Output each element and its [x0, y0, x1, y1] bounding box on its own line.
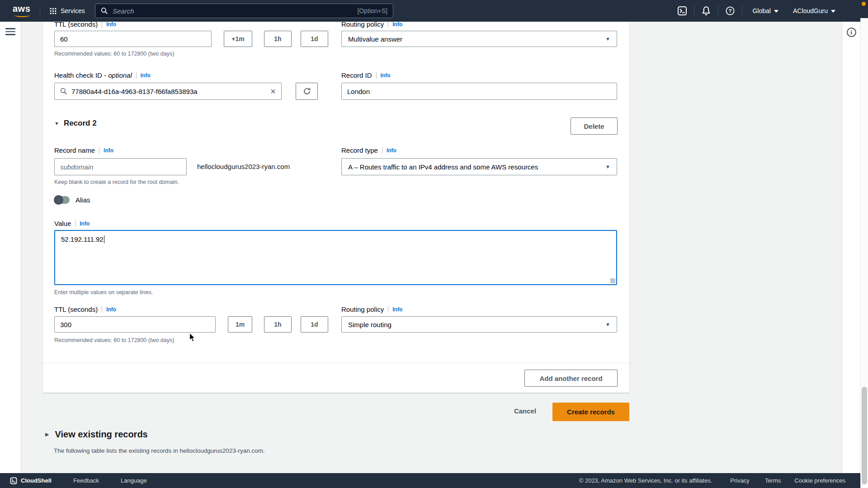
routing-info-link[interactable]: Info	[392, 306, 402, 313]
menu-hamburger-icon[interactable]	[5, 28, 15, 35]
existing-records-title: View existing records	[55, 429, 147, 440]
aws-smile-icon	[14, 13, 30, 17]
health-check-label: Health check ID - optional	[54, 71, 132, 79]
caret-down-icon: ▼	[605, 164, 610, 169]
search-placeholder: Search	[113, 7, 357, 15]
record2-title: Record 2	[64, 119, 97, 128]
cloudshell-terminal-icon	[10, 477, 17, 484]
cancel-button[interactable]: Cancel	[506, 407, 544, 415]
record-name-info-link[interactable]: Info	[104, 147, 113, 154]
console-footer: CloudShell Feedback Language © 2023, Ama…	[0, 473, 868, 488]
footer-terms-link[interactable]: Terms	[765, 477, 781, 484]
footer-language-link[interactable]: Language	[121, 477, 147, 484]
topbar-divider	[718, 5, 718, 16]
record-id-info-link[interactable]: Info	[381, 72, 391, 79]
ttl-info-link[interactable]: Info	[106, 306, 116, 313]
record1-routing-policy-select[interactable]: Multivalue answer ▼	[341, 31, 617, 47]
page-scrollbar[interactable]	[860, 18, 868, 488]
value-info-link[interactable]: Info	[80, 221, 90, 227]
record2-routing-policy-select[interactable]: Simple routing ▼	[341, 316, 617, 333]
topbar-right-controls: ? Global ACloudGuru	[673, 0, 843, 22]
ttl-info-link[interactable]: Info	[106, 21, 116, 28]
create-records-card: TTL (seconds) Info +1m 1h 1d Recommended…	[43, 22, 629, 393]
delete-record-button[interactable]: Delete	[571, 117, 618, 135]
record-type-label: Record type	[341, 146, 378, 154]
record-type-select[interactable]: A – Routes traffic to an IPv4 address an…	[341, 158, 617, 175]
create-records-button[interactable]: Create records	[552, 403, 629, 421]
record-id-input[interactable]	[341, 83, 617, 100]
left-navigation-strip	[0, 22, 21, 473]
top-navigation-bar: aws Services Search [Option+S]	[0, 0, 868, 22]
cloudshell-button[interactable]	[673, 0, 691, 22]
routing-policy-label: Routing policy	[341, 305, 384, 313]
record1-ttl-1d-button[interactable]: 1d	[301, 31, 328, 47]
notifications-button[interactable]	[697, 0, 715, 22]
health-check-info-link[interactable]: Info	[141, 72, 151, 79]
services-grid-icon	[50, 8, 57, 14]
svg-text:?: ?	[729, 8, 732, 14]
topbar-divider	[694, 5, 694, 16]
domain-suffix-text: hellocloudgurus2023-ryan.com	[197, 158, 290, 175]
info-panel-icon[interactable]: i	[847, 28, 856, 37]
record2-ttl-label-row: TTL (seconds) Info	[54, 305, 116, 313]
footer-feedback-link[interactable]: Feedback	[73, 477, 99, 484]
record2-routing-label-row: Routing policy Info	[341, 305, 402, 313]
topbar-divider	[40, 5, 40, 16]
caret-right-icon: ▶	[45, 432, 49, 437]
view-existing-records-expander[interactable]: ▶ View existing records	[45, 429, 148, 440]
value-helper: Enter multiple values on separate lines.	[54, 289, 153, 296]
record2-ttl-input[interactable]	[54, 316, 216, 333]
record2-ttl-1m-button[interactable]: 1m	[228, 316, 252, 333]
health-check-label-row: Health check ID - optional Info	[54, 71, 151, 79]
record-name-label: Record name	[54, 146, 95, 154]
search-shortcut-hint: [Option+S]	[357, 7, 387, 14]
record-type-label-row: Record type Info	[341, 146, 396, 154]
search-icon	[101, 7, 108, 14]
global-search-input[interactable]: Search [Option+S]	[95, 4, 393, 18]
aws-logo[interactable]: aws	[13, 4, 33, 18]
clear-x-icon[interactable]: ×	[270, 87, 276, 96]
ttl-label: TTL (seconds)	[54, 305, 98, 313]
record1-ttl-1h-button[interactable]: 1h	[264, 31, 292, 47]
alias-toggle-row[interactable]: Alias	[54, 196, 90, 204]
footer-copyright: © 2023, Amazon Web Services, Inc. or its…	[579, 477, 712, 484]
cloudshell-terminal-icon	[677, 6, 687, 16]
record-type-info-link[interactable]: Info	[387, 147, 396, 154]
footer-privacy-link[interactable]: Privacy	[730, 477, 750, 484]
topbar-divider	[742, 5, 742, 16]
recording-indicator-dot	[862, 2, 866, 6]
health-check-id-input[interactable]: 77880a44-d16a-4963-8137-f66fa853893a ×	[54, 83, 282, 100]
services-menu-button[interactable]: Services	[46, 0, 89, 22]
region-selector[interactable]: Global	[745, 0, 785, 22]
help-button[interactable]: ?	[721, 0, 739, 22]
record-name-helper: Keep blank to create a record for the ro…	[54, 179, 179, 185]
services-label: Services	[61, 7, 85, 14]
record2-section-header[interactable]: ▼ Record 2	[54, 119, 97, 128]
record-name-label-row: Record name Info	[54, 146, 113, 154]
record1-ttl-input[interactable]	[54, 31, 212, 47]
existing-records-description: The following table lists the existing r…	[54, 447, 265, 454]
value-label: Value	[54, 220, 71, 227]
record1-ttl-plus1m-button[interactable]: +1m	[224, 31, 252, 47]
record2-ttl-1d-button[interactable]: 1d	[301, 316, 328, 333]
account-menu[interactable]: ACloudGuru	[786, 0, 843, 22]
scrollbar-thumb[interactable]	[862, 387, 867, 484]
footer-cookie-preferences-link[interactable]: Cookie preferences	[794, 477, 845, 484]
text-caret	[104, 235, 105, 243]
routing-info-link[interactable]: Info	[392, 21, 402, 28]
alias-toggle[interactable]	[54, 196, 70, 204]
value-textarea[interactable]: 52.192.111.92	[54, 230, 617, 285]
value-label-row: Value Info	[54, 220, 90, 227]
record-name-input[interactable]	[54, 158, 187, 175]
footer-cloudshell-button[interactable]: CloudShell	[10, 477, 52, 484]
caret-down-icon: ▼	[54, 121, 59, 126]
help-question-icon: ?	[725, 6, 735, 16]
caret-down-icon: ▼	[605, 36, 610, 42]
record-id-label-row: Record ID Info	[341, 71, 391, 79]
chevron-down-icon	[831, 10, 835, 13]
health-check-refresh-button[interactable]	[296, 83, 318, 100]
right-tools-strip: i	[842, 22, 860, 473]
add-another-record-button[interactable]: Add another record	[524, 370, 618, 387]
resize-handle[interactable]	[610, 278, 615, 283]
record2-ttl-1h-button[interactable]: 1h	[264, 316, 292, 333]
